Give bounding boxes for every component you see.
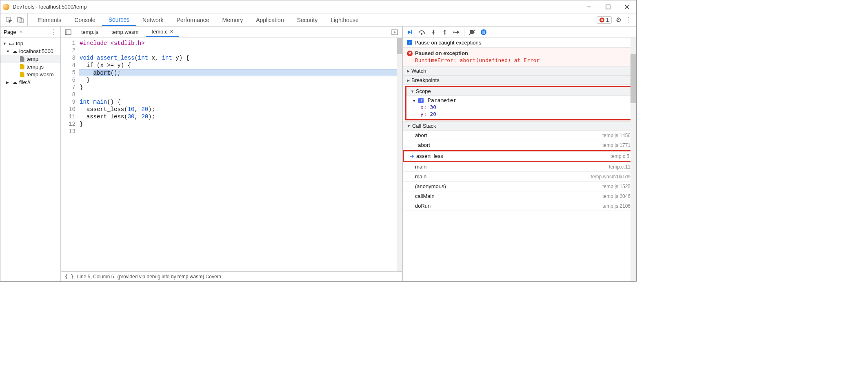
close-icon[interactable]: ✕	[170, 29, 173, 34]
svg-point-18	[444, 33, 446, 35]
tab-lighthouse[interactable]: Lighthouse	[324, 14, 365, 26]
deactivate-breakpoints-button[interactable]	[468, 29, 476, 36]
tree-top[interactable]: ▼ ▭ top	[0, 40, 60, 47]
stack-frame[interactable]: maintemp.c:11	[403, 162, 636, 172]
tab-security[interactable]: Security	[291, 14, 324, 26]
stack-frame[interactable]: _aborttemp.js:1771	[403, 140, 636, 150]
more-menu-icon[interactable]: ⋮	[626, 16, 632, 24]
devtools-window: DevTools - localhost:5000/temp Elements …	[0, 0, 637, 282]
file-tree: ▼ ▭ top ▼ ☁ localhost:5000 temp temp.js	[0, 38, 60, 88]
sources-main: Page » ⋮ ▼ ▭ top ▼ ☁ localhost:5000 temp	[0, 27, 636, 281]
toggle-navigator-icon[interactable]	[62, 29, 74, 35]
editor-tab-temp-wasm[interactable]: temp.wasm	[106, 27, 144, 37]
section-call-stack[interactable]: ▼Call Stack	[403, 121, 636, 131]
tree-root-label: top	[16, 40, 23, 47]
inspect-element-icon[interactable]	[5, 16, 13, 24]
svg-rect-12	[411, 30, 412, 34]
section-watch[interactable]: ▶Watch	[403, 66, 636, 75]
status-detail: (provided via debug info by temp.wasm) C…	[117, 274, 221, 280]
navigator-menu-icon[interactable]: ⋮	[51, 28, 57, 36]
scope-var-x[interactable]: x: 30	[409, 104, 630, 111]
code-editor[interactable]: 12345678910111213 #include <stdlib.h> vo…	[61, 38, 402, 271]
tab-elements[interactable]: Elements	[31, 14, 68, 26]
step-over-button[interactable]	[418, 29, 426, 36]
stack-frame[interactable]: callMaintemp.js:2046	[403, 191, 636, 201]
navigator-pane: Page » ⋮ ▼ ▭ top ▼ ☁ localhost:5000 temp	[0, 27, 61, 281]
cloud-icon: ☁	[12, 79, 18, 85]
tree-file-label: temp	[27, 56, 38, 62]
svg-rect-27	[483, 31, 484, 34]
exception-message: RuntimeError: abort(undefined) at Error	[407, 57, 632, 63]
source-map-link[interactable]: temp.wasm	[178, 274, 202, 280]
device-toolbar-icon[interactable]	[17, 16, 24, 24]
tab-sources[interactable]: Sources	[102, 14, 136, 26]
window-icon: ▭	[9, 40, 14, 47]
tree-host[interactable]: ▼ ☁ localhost:5000	[0, 47, 60, 55]
window-title: DevTools - localhost:5000/temp	[13, 4, 87, 10]
pause-caught-label: Pause on caught exceptions	[415, 40, 481, 46]
expand-icon[interactable]: ▼	[6, 49, 10, 53]
editor-tab-label: temp.js	[81, 29, 98, 35]
stack-frame[interactable]: aborttemp.js:1456	[403, 131, 636, 140]
section-breakpoints[interactable]: ▶Breakpoints	[403, 75, 636, 85]
tab-performance[interactable]: Performance	[170, 14, 215, 26]
stack-frame[interactable]: doRuntemp.js:2106	[403, 201, 636, 211]
svg-marker-23	[457, 31, 460, 34]
pause-exceptions-button[interactable]	[480, 29, 487, 36]
pause-on-caught-row[interactable]: ✓ Pause on caught exceptions	[403, 38, 636, 48]
scope-group[interactable]: ▼ f Parameter	[409, 97, 630, 104]
pretty-print-icon[interactable]: { }	[65, 274, 74, 280]
file-icon	[19, 56, 25, 62]
checkbox-checked-icon[interactable]: ✓	[407, 40, 412, 45]
window-minimize-button[interactable]	[580, 0, 599, 13]
tab-memory[interactable]: Memory	[216, 14, 250, 26]
editor-tab-temp-js[interactable]: temp.js	[75, 27, 104, 37]
editor-scrollbar[interactable]	[397, 38, 402, 271]
toggle-debugger-icon[interactable]	[391, 29, 400, 35]
stack-frame-current[interactable]: ➜assert_lesstemp.c:5	[403, 150, 636, 162]
editor-tab-temp-c[interactable]: temp.c✕	[146, 27, 179, 37]
editor-status-bar: { } Line 5, Column 5 (provided via debug…	[61, 271, 402, 281]
tab-console[interactable]: Console	[68, 14, 102, 26]
debugger-pane: ✓ Pause on caught exceptions ✕ Paused on…	[402, 27, 636, 281]
top-left-tools	[2, 13, 28, 26]
error-count: 1	[606, 17, 609, 23]
scope-group-label: Parameter	[428, 97, 456, 103]
debugger-scrollbar[interactable]	[630, 38, 636, 281]
section-label: Breakpoints	[411, 77, 440, 83]
settings-icon[interactable]: ⚙	[616, 16, 622, 24]
window-title-bar: DevTools - localhost:5000/temp	[0, 0, 636, 13]
svg-rect-1	[606, 5, 610, 9]
section-scope[interactable]: ▼Scope	[406, 87, 633, 96]
resume-button[interactable]	[407, 29, 414, 36]
window-maximize-button[interactable]	[599, 0, 617, 13]
step-button[interactable]	[453, 29, 460, 36]
scope-highlight-box: ▼Scope ▼ f Parameter x: 30 y: 20	[405, 86, 634, 120]
step-out-button[interactable]	[441, 29, 448, 36]
navigator-tab-page[interactable]: Page	[4, 29, 16, 35]
section-label: Call Stack	[412, 123, 436, 129]
stack-frame[interactable]: (anonymous)temp.js:1525	[403, 182, 636, 191]
expand-icon[interactable]: ▼	[3, 42, 7, 46]
window-close-button[interactable]	[617, 0, 636, 13]
tree-file-proto[interactable]: ▶ ☁ file://	[0, 78, 60, 86]
navigator-more-tabs-icon[interactable]: »	[20, 30, 22, 34]
tab-network[interactable]: Network	[136, 14, 170, 26]
tree-file-label: temp.js	[27, 64, 44, 70]
section-label: Watch	[411, 68, 426, 74]
cloud-icon: ☁	[12, 48, 18, 54]
expand-icon[interactable]: ▶	[6, 80, 10, 84]
tree-file-temp-wasm[interactable]: temp.wasm	[0, 71, 60, 78]
current-frame-icon: ➜	[410, 153, 415, 159]
svg-rect-7	[65, 30, 71, 35]
scope-var-y[interactable]: y: 20	[409, 111, 630, 118]
tab-application[interactable]: Application	[249, 14, 291, 26]
stack-frame[interactable]: maintemp.wasm:0x1d9	[403, 172, 636, 182]
svg-point-13	[421, 33, 422, 34]
editor-tabs: temp.js temp.wasm temp.c✕	[61, 27, 402, 38]
tree-file-temp-js[interactable]: temp.js	[0, 63, 60, 71]
error-badge[interactable]: ✕ 1	[597, 16, 612, 24]
tree-file-temp[interactable]: temp	[0, 55, 60, 63]
step-into-button[interactable]	[430, 29, 437, 36]
panel-tabs: Elements Console Sources Network Perform…	[31, 14, 365, 26]
